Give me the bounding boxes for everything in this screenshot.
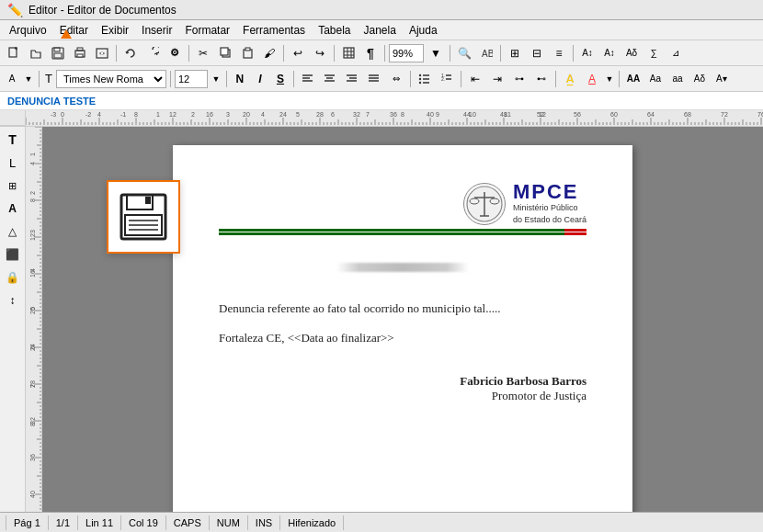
sep-f6 xyxy=(461,71,461,87)
left-tool-anno[interactable]: A xyxy=(2,198,24,220)
menu-tabela[interactable]: Tabela xyxy=(313,22,356,39)
para-button[interactable]: ¶ xyxy=(360,43,381,63)
left-tool-rect[interactable]: ⬛ xyxy=(2,243,24,266)
menu-ajuda[interactable]: Ajuda xyxy=(404,22,443,39)
font-color-button[interactable]: A xyxy=(582,69,602,89)
font-selector[interactable]: Times New Roma xyxy=(56,70,166,88)
left-tool-shape[interactable]: △ xyxy=(2,221,24,243)
style-dropdown[interactable]: A xyxy=(4,69,20,89)
svg-rect-14 xyxy=(344,48,354,58)
copy-button[interactable] xyxy=(215,43,235,63)
align-justify-button[interactable] xyxy=(364,69,384,89)
status-page-count: 1/1 xyxy=(49,515,78,530)
font-size-down[interactable]: aa xyxy=(667,69,688,89)
italic-button[interactable]: I xyxy=(251,70,269,88)
align-left-button[interactable] xyxy=(298,69,318,89)
extra-align[interactable]: ⇔ xyxy=(386,69,406,89)
font-size-up[interactable]: AA xyxy=(623,69,643,89)
redo-button[interactable]: ↪ xyxy=(310,43,330,63)
extra-btn4[interactable]: ∑ xyxy=(643,43,664,63)
menu-arquivo[interactable]: Arquivo xyxy=(4,22,52,39)
save-arrow xyxy=(61,29,72,39)
font-size-input[interactable] xyxy=(175,70,208,88)
extra-btn1[interactable]: A↕ xyxy=(577,43,598,63)
sep3 xyxy=(283,45,284,62)
highlight-button[interactable]: A̲ xyxy=(560,69,580,89)
left-tool-grid[interactable]: ⊞ xyxy=(2,175,24,197)
open-button[interactable] xyxy=(26,43,46,63)
left-tool-move[interactable]: ↕ xyxy=(2,289,24,311)
search-button[interactable]: 🔍 xyxy=(454,43,474,63)
bold-button[interactable]: N xyxy=(231,70,249,88)
status-line: Lin 11 xyxy=(78,515,121,530)
paint-button[interactable]: 🖌 xyxy=(259,43,279,63)
ol-button[interactable]: 1.2. xyxy=(437,69,457,89)
view-button3[interactable]: ≡ xyxy=(549,43,569,63)
menu-janela[interactable]: Janela xyxy=(359,22,402,39)
save-button[interactable] xyxy=(48,43,68,63)
align-right-button[interactable] xyxy=(342,69,362,89)
toolbar-1: ⚙ ✂ 🖌 ↩ ↪ ¶ ▼ 🔍 ABC ⊞ ⊟ ≡ A↕ A↕ Aδ ∑ ⊿ xyxy=(0,40,763,66)
table-button[interactable] xyxy=(338,43,359,63)
ruler-canvas xyxy=(26,110,763,125)
status-hifenizado: Hifenizado xyxy=(280,515,344,530)
font-extra1[interactable]: Aδ xyxy=(689,69,710,89)
ruler-corner xyxy=(0,110,26,126)
font-size-mid[interactable]: Aa xyxy=(645,69,666,89)
sep-f8 xyxy=(619,71,620,87)
zoom-input[interactable] xyxy=(389,44,424,62)
refresh2-button[interactable] xyxy=(142,43,163,63)
left-tool-select[interactable]: L xyxy=(2,152,24,174)
size-dropdown[interactable]: ▼ xyxy=(210,69,222,89)
svg-point-34 xyxy=(419,78,421,80)
align-center-button[interactable] xyxy=(320,69,340,89)
toolbar-2: A ▼ T Times New Roma ▼ N I S ⇔ 1.2. ⇤ ⇥ … xyxy=(0,66,763,92)
sep5 xyxy=(384,45,385,62)
svg-rect-6 xyxy=(77,48,83,51)
indent-button[interactable]: ⇥ xyxy=(487,69,507,89)
view-button2[interactable]: ⊟ xyxy=(527,43,547,63)
extra-indent[interactable]: ⊶ xyxy=(509,69,530,89)
page-content[interactable]: Denuncia referente ao fato tal ocorrido … xyxy=(219,300,586,403)
outdent-button[interactable]: ⇤ xyxy=(465,69,485,89)
paste-button[interactable] xyxy=(237,43,257,63)
sep-f4 xyxy=(293,71,294,87)
font-extra2[interactable]: A▾ xyxy=(712,69,732,89)
svg-point-36 xyxy=(419,82,421,84)
menu-ferramentas[interactable]: Ferramentas xyxy=(237,22,311,39)
cut-button[interactable]: ✂ xyxy=(193,43,213,63)
extra-btn5[interactable]: ⊿ xyxy=(666,43,686,63)
page-header: MPCE Ministério Público do Estado do Cea… xyxy=(219,182,586,235)
ul-button[interactable] xyxy=(415,69,435,89)
undo-button[interactable]: ↩ xyxy=(288,43,308,63)
spell-button[interactable]: ABC xyxy=(476,43,496,63)
zoom-dropdown[interactable]: ▼ xyxy=(426,43,446,63)
menu-exibir[interactable]: Exibir xyxy=(96,22,134,39)
menu-bar: Arquivo Editar Exibir Inserir Formatar F… xyxy=(0,20,763,40)
menu-inserir[interactable]: Inserir xyxy=(136,22,177,39)
page-area[interactable]: MPCE Ministério Público do Estado do Cea… xyxy=(42,127,763,512)
special-button[interactable]: ⚙ xyxy=(165,43,185,63)
svg-rect-42 xyxy=(121,195,165,239)
style-dropdown2[interactable]: ▼ xyxy=(22,69,35,89)
extra-indent2[interactable]: ⊷ xyxy=(531,69,552,89)
svg-text:2.: 2. xyxy=(441,76,445,82)
svg-point-32 xyxy=(419,74,421,76)
left-tool-text[interactable]: T xyxy=(2,129,24,151)
sep-f5 xyxy=(410,71,411,87)
extra-btn3[interactable]: Aδ xyxy=(621,43,642,63)
new-button[interactable] xyxy=(4,43,24,63)
extra-btn2[interactable]: A↕ xyxy=(599,43,620,63)
view-button1[interactable]: ⊞ xyxy=(505,43,525,63)
font-color-dropdown[interactable]: ▼ xyxy=(604,69,615,89)
print-button[interactable] xyxy=(70,43,90,63)
refresh-button[interactable] xyxy=(120,43,141,63)
underline-button[interactable]: S xyxy=(271,70,290,88)
svg-rect-7 xyxy=(77,54,83,57)
doc-name: DENUNCIA TESTE xyxy=(7,96,96,107)
left-tool-lock[interactable]: 🔒 xyxy=(2,266,24,289)
title-bar: ✏️ Editor - Editor de Documentos xyxy=(0,0,763,20)
save-highlight-box xyxy=(107,180,180,254)
menu-formatar[interactable]: Formatar xyxy=(179,22,235,39)
preview-button[interactable] xyxy=(92,43,112,63)
